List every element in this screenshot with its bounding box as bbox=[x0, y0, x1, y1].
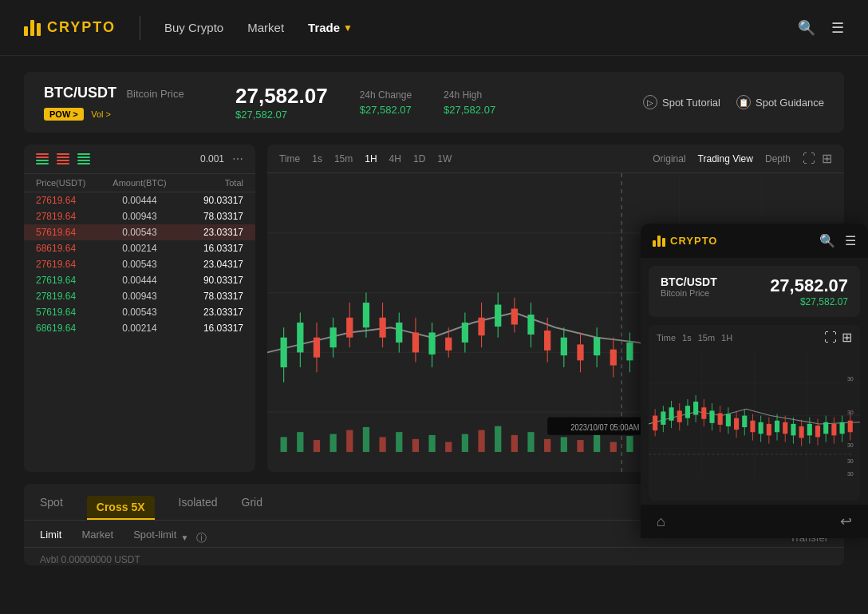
spot-tutorial-link[interactable]: ▷ Spot Tutorial bbox=[643, 95, 720, 109]
order-spot-limit[interactable]: Spot-limit bbox=[133, 529, 176, 547]
mobile-back-icon[interactable]: ↩ bbox=[840, 513, 852, 530]
order-book-header: 0.001 ⋯ bbox=[24, 145, 255, 174]
svg-rect-43 bbox=[544, 331, 550, 351]
ob-more-icon[interactable]: ⋯ bbox=[232, 153, 243, 165]
time-btn-4h[interactable]: 4H bbox=[389, 153, 401, 164]
svg-rect-21 bbox=[363, 303, 369, 327]
spot-limit-dropdown-icon[interactable]: ▼ bbox=[180, 533, 188, 542]
mobile-grid-icon[interactable]: ⊞ bbox=[842, 330, 852, 345]
order-book: 0.001 ⋯ Price(USDT) Amount(BTC) Total 27… bbox=[24, 145, 255, 472]
svg-rect-164 bbox=[823, 422, 828, 434]
mobile-header-icons: 🔍 ☰ bbox=[819, 233, 856, 248]
time-btn-1w[interactable]: 1W bbox=[437, 153, 452, 164]
nav-links: Buy Crypto Market Trade ▼ bbox=[164, 21, 798, 34]
svg-rect-84 bbox=[379, 437, 385, 452]
svg-rect-150 bbox=[767, 424, 771, 435]
svg-rect-83 bbox=[363, 427, 369, 452]
mobile-time-1h[interactable]: 1H bbox=[721, 333, 732, 343]
menu-icon[interactable]: ☰ bbox=[831, 19, 844, 37]
high-label: 24h High bbox=[444, 89, 495, 101]
chart-view-btns: Original Trading View Depth ⛶ ⊞ bbox=[653, 151, 832, 166]
table-row[interactable]: 57619.640.0054323.03317 bbox=[24, 304, 255, 320]
change-label: 24h Change bbox=[360, 89, 412, 101]
ob-spread-value: 0.001 bbox=[200, 153, 224, 164]
table-row[interactable]: 27619.640.0044490.03317 bbox=[24, 272, 255, 288]
svg-rect-78 bbox=[281, 437, 287, 452]
mobile-search-icon[interactable]: 🔍 bbox=[819, 233, 835, 248]
table-row[interactable]: 27619.640.0054323.04317 bbox=[24, 256, 255, 272]
svg-rect-19 bbox=[346, 318, 353, 338]
mobile-time-15m[interactable]: 15m bbox=[698, 333, 715, 343]
svg-rect-25 bbox=[396, 323, 402, 343]
pow-badge[interactable]: POW > bbox=[44, 108, 84, 121]
svg-rect-152 bbox=[775, 421, 779, 432]
ob-icon-both[interactable] bbox=[36, 153, 49, 165]
svg-rect-86 bbox=[412, 439, 419, 452]
mobile-price-block: 27,582.07 $27,582.07 bbox=[770, 275, 848, 307]
header: CRYPTO Buy Crypto Market Trade ▼ 🔍 ☰ bbox=[0, 0, 868, 56]
mobile-expand-icon[interactable]: ⛶ bbox=[824, 330, 837, 345]
tab-spot[interactable]: Spot bbox=[40, 496, 63, 520]
ob-icon-green[interactable] bbox=[77, 153, 90, 165]
tab-grid[interactable]: Grid bbox=[242, 496, 262, 520]
fullscreen-icon[interactable]: ⛶ bbox=[803, 151, 815, 166]
mobile-home-icon[interactable]: ⌂ bbox=[657, 513, 665, 530]
svg-rect-11 bbox=[281, 338, 287, 367]
tab-cross5x[interactable]: Cross 5X bbox=[87, 496, 155, 520]
mobile-menu-icon[interactable]: ☰ bbox=[845, 233, 856, 248]
svg-rect-41 bbox=[527, 315, 534, 335]
table-row[interactable]: 68619.640.0021416.03317 bbox=[24, 240, 255, 256]
time-btn-time[interactable]: Time bbox=[279, 153, 300, 164]
view-original[interactable]: Original bbox=[653, 153, 685, 164]
svg-rect-79 bbox=[297, 432, 303, 452]
change-value: $27,582.07 bbox=[360, 104, 412, 116]
svg-text:30: 30 bbox=[847, 458, 854, 465]
mobile-chart-canvas: 30 30 30 30 30 bbox=[649, 350, 860, 477]
mobile-pair-block: BTC/USDT Bitcoin Price bbox=[661, 275, 717, 298]
table-row[interactable]: 27819.640.0094378.03317 bbox=[24, 208, 255, 224]
svg-rect-15 bbox=[314, 338, 320, 358]
spot-guidance-link[interactable]: 📋 Spot Guidance bbox=[736, 95, 824, 109]
pair-info: BTC/USDT Bitcoin Price POW > Vol > bbox=[44, 85, 203, 121]
time-btn-1s[interactable]: 1s bbox=[312, 153, 322, 164]
search-icon[interactable]: 🔍 bbox=[798, 19, 815, 37]
time-btn-1d[interactable]: 1D bbox=[413, 153, 425, 164]
header-divider bbox=[140, 16, 140, 40]
table-row[interactable]: 57619.640.0054323.03317 bbox=[24, 224, 255, 240]
svg-rect-17 bbox=[329, 327, 336, 347]
mobile-time-time[interactable]: Time bbox=[657, 333, 676, 343]
svg-rect-154 bbox=[783, 422, 787, 434]
nav-trade[interactable]: Trade ▼ bbox=[308, 21, 353, 34]
logo-bar-3 bbox=[37, 23, 41, 36]
svg-rect-81 bbox=[329, 434, 336, 452]
nav-buy-crypto[interactable]: Buy Crypto bbox=[164, 21, 223, 34]
mlb-3 bbox=[662, 238, 665, 247]
table-row[interactable]: 68619.640.0021416.03317 bbox=[24, 320, 255, 336]
grid-icon[interactable]: ⊞ bbox=[822, 151, 832, 166]
svg-rect-92 bbox=[511, 435, 518, 452]
svg-rect-88 bbox=[445, 442, 452, 452]
mobile-chart: Time 1s 15m 1H ⛶ ⊞ bbox=[649, 325, 860, 501]
svg-rect-95 bbox=[561, 437, 567, 452]
view-depth[interactable]: Depth bbox=[765, 153, 791, 164]
time-btn-1h[interactable]: 1H bbox=[365, 153, 377, 164]
nav-market[interactable]: Market bbox=[247, 21, 284, 34]
change-block: 24h Change $27,582.07 bbox=[360, 89, 412, 116]
mobile-pair-sub: Bitcoin Price bbox=[661, 288, 717, 298]
table-row[interactable]: 27619.640.0044490.03317 bbox=[24, 192, 255, 208]
chart-header: Time 1s 15m 1H 4H 1D 1W Original Trading… bbox=[267, 145, 844, 173]
mobile-time-1s[interactable]: 1s bbox=[682, 333, 692, 343]
view-trading[interactable]: Trading View bbox=[698, 153, 753, 164]
table-row[interactable]: 27819.640.0094378.03317 bbox=[24, 288, 255, 304]
order-market[interactable]: Market bbox=[81, 529, 113, 547]
svg-rect-29 bbox=[428, 332, 435, 354]
info-icon[interactable]: ⓘ bbox=[196, 531, 207, 545]
tab-isolated[interactable]: Isolated bbox=[179, 496, 218, 520]
order-limit[interactable]: Limit bbox=[40, 529, 61, 547]
ob-icon-red[interactable] bbox=[57, 153, 69, 165]
time-btn-15m[interactable]: 15m bbox=[334, 153, 353, 164]
vol-badge[interactable]: Vol > bbox=[91, 109, 111, 119]
svg-rect-122 bbox=[653, 416, 657, 431]
spot-limit-wrap: Spot-limit ▼ ⓘ bbox=[133, 529, 207, 547]
svg-text:2023/10/07 05:00AM: 2023/10/07 05:00AM bbox=[570, 422, 639, 432]
